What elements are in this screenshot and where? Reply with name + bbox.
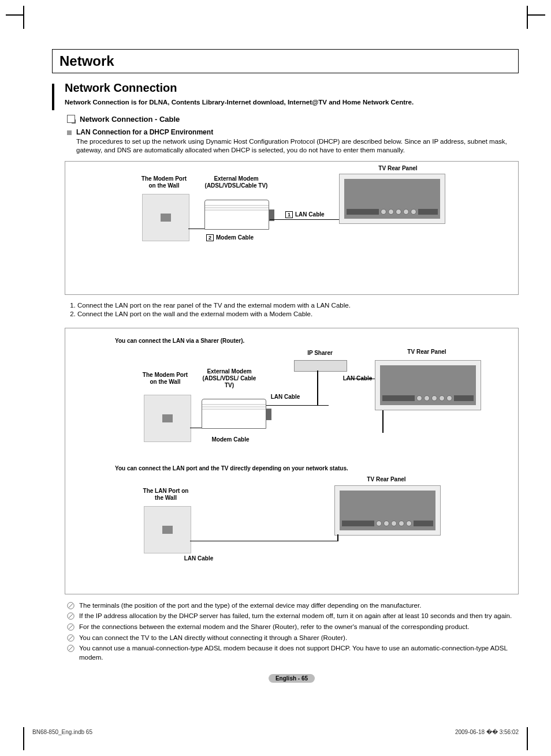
d2-caption1: You can connect the LAN via a Sharer (Ro… bbox=[75, 338, 509, 344]
svg-line-1 bbox=[69, 604, 73, 608]
doc-footer-right: 2009-06-18 �� 3:56:02 bbox=[455, 729, 519, 735]
lan-cable-label-box: 1LAN Cable bbox=[285, 211, 325, 218]
modem-cable-label-box: 2Modem Cable bbox=[206, 234, 254, 241]
modem-cable-num: 2 bbox=[206, 234, 214, 241]
section-title-box: Network bbox=[52, 49, 519, 73]
note-icon bbox=[67, 612, 75, 620]
checkbox-icon bbox=[67, 115, 75, 123]
d2-lan-cable-label-3: LAN Cable bbox=[178, 555, 219, 562]
section-title: Network bbox=[59, 53, 511, 69]
note-1-text: The terminals (the position of the port … bbox=[79, 601, 421, 611]
tv-rear-panel-icon-3 bbox=[334, 485, 441, 536]
svg-line-7 bbox=[69, 636, 73, 640]
steps-list: Connect the LAN port on the rear panel o… bbox=[65, 302, 519, 317]
note-5: You cannot use a manual-connection-type … bbox=[65, 644, 519, 662]
lan-dhcp-title: LAN Connection for a DHCP Environment bbox=[76, 128, 213, 136]
d1-lan-cable-label: LAN Cable bbox=[295, 211, 325, 218]
d1-modem-cable-label: Modem Cable bbox=[216, 234, 254, 241]
note-icon bbox=[67, 634, 75, 642]
ip-sharer-icon bbox=[294, 360, 347, 372]
tv-rear-panel-icon bbox=[339, 174, 445, 224]
d2-ip-sharer-label: IP Sharer bbox=[300, 350, 340, 357]
note-3: For the connections between the external… bbox=[65, 623, 519, 632]
note-icon bbox=[67, 645, 75, 652]
d1-tv-rear-label: TV Rear Panel bbox=[363, 165, 433, 172]
d1-external-modem-label: External Modem (ADSL/VDSL/Cable TV) bbox=[202, 175, 271, 189]
svg-line-5 bbox=[69, 625, 73, 629]
wall-outlet-icon-3 bbox=[144, 506, 191, 553]
d2-tv-rear-label: TV Rear Panel bbox=[398, 349, 456, 355]
note-2-text: If the IP address allocation by the DHCP… bbox=[79, 612, 512, 621]
note-4: You can connect the TV to the LAN direct… bbox=[65, 634, 519, 643]
d2-caption2: You can connect the LAN port and the TV … bbox=[75, 465, 509, 471]
subsection-description: Network Connection is for DLNA, Contents… bbox=[65, 98, 519, 107]
square-bullet-icon bbox=[67, 130, 72, 135]
d1-modem-port-label: The Modem Port on the Wall bbox=[138, 175, 190, 189]
note-2: If the IP address allocation by the DHCP… bbox=[65, 612, 519, 621]
lan-cable-num: 1 bbox=[285, 211, 293, 218]
note-3-text: For the connections between the external… bbox=[79, 623, 469, 632]
modem-icon bbox=[204, 200, 269, 230]
step-1: Connect the LAN port on the rear panel o… bbox=[77, 302, 519, 309]
d2-modem-port-label: The Modem Port on the Wall bbox=[139, 372, 191, 386]
diagram-1: The Modem Port on the Wall External Mode… bbox=[65, 161, 519, 295]
modem-icon-2 bbox=[202, 399, 266, 429]
wall-outlet-icon bbox=[142, 194, 189, 241]
wall-outlet-icon-2 bbox=[144, 395, 191, 442]
note-icon bbox=[67, 623, 75, 631]
d2-tv-rear-label-2: TV Rear Panel bbox=[358, 476, 415, 483]
d2-external-modem-label: External Modem (ADSL/VDSL/ Cable TV) bbox=[200, 368, 258, 389]
cable-section-title: Network Connection - Cable bbox=[80, 115, 180, 123]
doc-footer-left: BN68-850_Eng.indb 65 bbox=[32, 729, 92, 735]
tv-rear-panel-icon-2 bbox=[375, 360, 481, 410]
note-icon bbox=[67, 602, 75, 609]
diagram-2: You can connect the LAN via a Sharer (Ro… bbox=[65, 328, 519, 594]
svg-line-9 bbox=[69, 646, 73, 650]
note-4-text: You can connect the TV to the LAN direct… bbox=[79, 634, 347, 643]
d2-lan-cable-label-2: LAN Cable bbox=[265, 394, 306, 401]
svg-line-3 bbox=[69, 615, 73, 619]
note-5-text: You cannot use a manual-connection-type … bbox=[79, 644, 519, 662]
d2-lan-port-label: The LAN Port on the Wall bbox=[143, 488, 189, 501]
subsection-title: Network Connection bbox=[65, 81, 519, 95]
note-1: The terminals (the position of the port … bbox=[65, 601, 519, 611]
step-2: Connect the LAN port on the wall and the… bbox=[77, 310, 519, 317]
page-number-badge: English - 65 bbox=[269, 674, 315, 683]
d2-modem-cable-label: Modem Cable bbox=[207, 436, 254, 443]
lan-dhcp-body: The procedures to set up the network usi… bbox=[65, 137, 519, 155]
